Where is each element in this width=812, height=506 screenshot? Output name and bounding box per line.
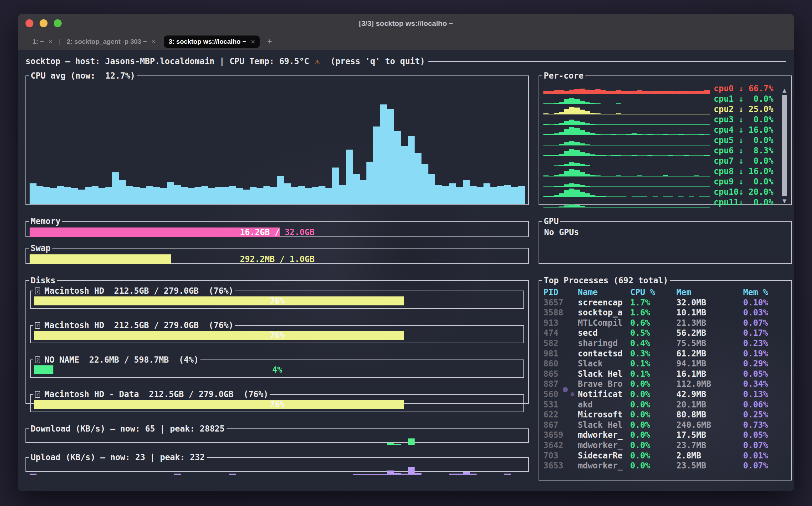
c-mempct: 0.25% <box>743 410 791 420</box>
tab-1-close-icon[interactable]: × <box>49 38 52 45</box>
tab-3-active[interactable]: 3: socktop ws://localho ~ × <box>164 36 260 48</box>
tab-2-close-icon[interactable]: × <box>152 38 156 45</box>
c-mem: 23.5MB <box>676 461 743 471</box>
bar <box>621 91 626 94</box>
bar <box>543 145 549 146</box>
terminal-content[interactable]: socktop — host: Jasons-MBP.localdomain |… <box>18 50 794 491</box>
bar <box>684 166 689 166</box>
c-mempct: 0.07% <box>743 441 791 451</box>
c-pid: 3659 <box>543 430 578 441</box>
bar <box>606 91 611 94</box>
bar <box>590 154 595 156</box>
scrollbar[interactable]: ▲ ▼ <box>780 87 789 204</box>
bar <box>684 114 689 115</box>
minimize-window-button[interactable] <box>40 19 48 27</box>
bar <box>632 166 637 166</box>
bar <box>153 187 160 204</box>
bar <box>637 186 642 187</box>
bar <box>699 145 704 145</box>
bar <box>658 145 663 145</box>
c-pid: 865 <box>543 369 578 380</box>
titlebar[interactable]: [3/3] socktop ws://localho ~ <box>18 14 794 33</box>
bar <box>559 174 564 177</box>
core-sparkline <box>543 147 710 156</box>
bar <box>595 89 601 94</box>
bar <box>574 89 580 94</box>
scroll-down-icon[interactable]: ▼ <box>782 198 786 204</box>
bar <box>673 124 678 125</box>
c-mem: 94.1MB <box>676 359 743 369</box>
scrollbar-thumb[interactable] <box>782 95 787 196</box>
bar <box>694 166 699 166</box>
close-window-button[interactable] <box>25 19 33 27</box>
c-name: Slack Hel <box>578 369 630 380</box>
core-rows: cpu0 ↓ 66.7%cpu1 ↓ 0.0%cpu2 ↓ 25.0%cpu3 … <box>543 83 773 208</box>
bar <box>580 152 585 156</box>
tab-3-close-icon[interactable]: × <box>251 38 255 45</box>
bar <box>543 91 549 94</box>
core-label: cpu5 ↓ 0.0% <box>714 135 773 145</box>
tab-2[interactable]: 2: socktop_agent -p 303 ~ × <box>62 36 160 48</box>
bar <box>626 134 632 135</box>
core-sparkline <box>543 158 710 166</box>
disks-panel: Disks Macintosh HD 212.5GB / 279.0GB (76… <box>25 276 529 404</box>
memory-total: 32.0GB <box>280 227 314 237</box>
c-mempct: 0.06% <box>743 400 791 410</box>
c-pid: 531 <box>543 400 578 410</box>
disk-bar: 76% <box>34 296 521 305</box>
bar <box>64 187 71 204</box>
bar <box>549 145 554 145</box>
bar <box>668 114 673 115</box>
bar <box>663 207 668 208</box>
bar <box>360 474 367 475</box>
host-info: socktop — host: Jasons-MBP.localdomain |… <box>25 57 314 66</box>
c-pid: 3653 <box>543 461 578 471</box>
bar <box>569 98 574 104</box>
bar <box>621 124 626 125</box>
gpu-panel: GPU No GPUs <box>539 216 792 264</box>
tab-1[interactable]: 1: ~ × <box>28 36 57 48</box>
bar <box>689 196 694 197</box>
bar <box>564 142 569 145</box>
c-cpu: 1.6% <box>630 308 676 318</box>
bar <box>92 186 98 204</box>
c-name: contactsd <box>578 349 630 359</box>
bar <box>470 186 477 204</box>
c-mem: 61.2MB <box>676 349 743 359</box>
bar <box>543 207 549 208</box>
bar <box>611 166 616 166</box>
bar <box>590 195 595 197</box>
scroll-up-icon[interactable]: ▲ <box>782 87 786 93</box>
bar <box>606 176 611 176</box>
zoom-window-button[interactable] <box>54 19 62 27</box>
bar <box>574 163 580 166</box>
bar <box>606 145 611 145</box>
bar <box>601 166 606 166</box>
bar <box>408 136 415 204</box>
bar <box>647 104 653 104</box>
bar <box>694 186 699 187</box>
disk-title: Macintosh HD - Data 212.5GB / 279.0GB (7… <box>44 389 268 399</box>
bar <box>611 207 616 208</box>
bar <box>673 207 678 208</box>
swap-panel: Swap 292.2MB / 1.0GB <box>25 243 529 264</box>
per-core-panel: Per-core cpu0 ↓ 66.7%cpu1 ↓ 0.0%cpu2 ↓ 2… <box>539 71 792 205</box>
bar <box>57 186 64 204</box>
bar <box>585 144 590 146</box>
bar <box>658 124 663 125</box>
bar <box>590 113 595 114</box>
bar <box>684 124 689 125</box>
bar <box>595 103 601 104</box>
new-tab-button[interactable]: + <box>267 37 272 46</box>
bar <box>626 207 632 208</box>
bar <box>305 188 312 204</box>
bar <box>699 207 704 208</box>
bar <box>585 193 590 197</box>
bar <box>504 185 511 204</box>
bar <box>673 176 678 177</box>
bar <box>449 474 456 475</box>
bar <box>559 102 564 104</box>
c-mempct: 0.05% <box>743 430 791 441</box>
bar <box>658 197 663 198</box>
bar <box>574 150 580 156</box>
